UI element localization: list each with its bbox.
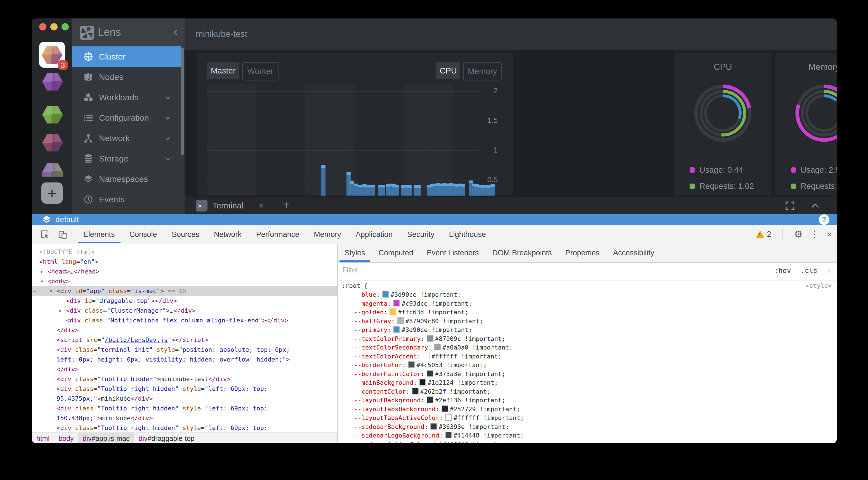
expand-arrow-icon[interactable]: ▶ (41, 267, 43, 277)
collapse-arrow-icon[interactable]: ▼ (41, 277, 43, 286)
css-variable-row[interactable]: --mainBackground:#1e2124 !important; (338, 378, 837, 387)
sidebar-item-storage[interactable]: Storage (72, 148, 185, 169)
chart-bar[interactable] (407, 185, 412, 196)
css-variable-row[interactable]: --textColorAccent:#ffffff !important; (338, 352, 837, 361)
css-variable-row[interactable]: --layoutTabsActiveColor:#ffffff !importa… (338, 413, 837, 422)
tab-network[interactable]: Network (207, 226, 249, 243)
chart-bar[interactable] (349, 181, 354, 196)
dom-tree-row[interactable]: 150.438px;">minikube</div> (32, 413, 337, 423)
chart-bar[interactable] (461, 184, 465, 196)
color-swatch[interactable] (441, 405, 448, 412)
chart-bar[interactable] (491, 184, 495, 196)
chart-bar[interactable] (417, 185, 421, 196)
css-variable-row[interactable]: --magenta:#c93dce !important; (338, 299, 837, 308)
sidebar-item-configuration[interactable]: Configuration (72, 108, 185, 128)
dom-tree-row[interactable]: <div class="Notifications flex column al… (32, 315, 337, 325)
chart-bar[interactable] (371, 185, 375, 196)
tab-lighthouse[interactable]: Lighthouse (441, 226, 493, 243)
dom-tree-row[interactable]: left: 0px; height: 0px; visibility: hidd… (32, 354, 337, 364)
color-swatch[interactable] (427, 335, 433, 342)
css-variable-row[interactable]: --golden:#ffc63d !important; (338, 308, 837, 317)
color-swatch[interactable] (445, 432, 452, 438)
sidebar-scrollbar[interactable] (181, 47, 184, 155)
breadcrumb-item[interactable]: div#draggable-top (134, 433, 199, 443)
css-variable-row[interactable]: --borderFaintColor:#373a3e !important; (338, 370, 837, 379)
traffic-light-close[interactable] (39, 23, 46, 30)
chevron-down-icon[interactable] (164, 135, 171, 142)
dom-tree-row[interactable]: ▶<div class="ClusterManager">…</div> (32, 306, 337, 315)
dom-tree-row[interactable]: ▼<body> (32, 276, 337, 286)
css-variable-row[interactable]: --textColorPrimary:#87909c !important; (338, 335, 837, 343)
styles-tab-properties[interactable]: Properties (558, 244, 606, 262)
class-toggle[interactable]: .cls (801, 267, 817, 275)
terminal-add-icon[interactable]: + (283, 199, 289, 211)
chart-bar[interactable] (381, 185, 385, 196)
color-swatch[interactable] (397, 317, 404, 324)
color-swatch[interactable] (430, 423, 437, 430)
color-swatch[interactable] (382, 291, 389, 298)
row-menu-ellipsis-icon[interactable]: ⋯ (32, 286, 36, 296)
css-variable-row[interactable]: --textColorSecondary:#a0a0a0 !important; (338, 343, 837, 352)
node-tab-worker[interactable]: Worker (242, 62, 279, 80)
settings-gear-icon[interactable]: ⚙ (794, 229, 803, 240)
color-swatch[interactable] (412, 388, 418, 395)
dom-tree-row[interactable]: <div id="draggable-top"></div> (32, 296, 337, 306)
chart-bar[interactable] (321, 165, 326, 196)
terminal-collapse-icon[interactable] (810, 201, 820, 211)
color-swatch[interactable] (408, 361, 415, 368)
css-variable-row[interactable]: --contentColor:#262b2f !important; (338, 387, 837, 396)
style-source-link[interactable]: <style> (806, 281, 832, 290)
breadcrumb-item[interactable]: div#app.is-mac (78, 433, 134, 443)
dom-tree-row[interactable]: 95.4375px;">minikube</div> (32, 394, 337, 404)
terminal-fullscreen-icon[interactable] (785, 201, 795, 211)
sidebar-item-workloads[interactable]: Workloads (72, 87, 185, 108)
styles-tab-dom-breakpoints[interactable]: DOM Breakpoints (486, 244, 558, 262)
styles-tab-event-listeners[interactable]: Event Listeners (420, 244, 486, 262)
sidebar-item-network[interactable]: Network (72, 128, 185, 148)
metric-tab-cpu[interactable]: CPU (436, 62, 460, 79)
color-swatch[interactable] (393, 300, 400, 307)
css-variable-row[interactable]: --sidebarActiveColor:#ffffff !important; (338, 440, 837, 443)
css-selector[interactable]: :root { (342, 282, 368, 289)
color-swatch[interactable] (423, 353, 430, 359)
css-variable-row[interactable]: --sidebarLogoBackground:#414448 !importa… (338, 431, 837, 440)
dom-tree-row[interactable]: <div class="Tooltip hidden">minikube-tes… (32, 374, 337, 384)
dom-tree-row[interactable]: <div class="Tooltip right hidden" style=… (32, 404, 337, 413)
dom-tree-row[interactable]: </div> (32, 364, 337, 374)
css-variable-row[interactable]: --primary:#3d90ce !important; (338, 325, 837, 335)
dom-tree-row[interactable]: <!DOCTYPE html> (32, 247, 337, 257)
rail-cluster-violet[interactable] (42, 163, 63, 180)
styles-tab-accessibility[interactable]: Accessibility (606, 244, 661, 262)
chart-bar[interactable] (363, 184, 367, 196)
chart-bar[interactable] (366, 185, 371, 196)
tab-sources[interactable]: Sources (164, 226, 207, 243)
css-variable-row[interactable]: --layoutTabsBackground:#252729 !importan… (338, 405, 837, 414)
context-label[interactable]: default (55, 215, 79, 224)
rail-active-cluster[interactable]: 3 (39, 42, 65, 68)
breadcrumb-item[interactable]: html (32, 433, 54, 443)
css-variable-row[interactable]: --borderColor:#4c5053 !important; (338, 361, 837, 370)
devtools-close-icon[interactable]: × (827, 229, 832, 240)
pseudo-state-toggle[interactable]: :hov (774, 267, 791, 275)
terminal-close-icon[interactable]: × (258, 200, 264, 211)
dom-tree-row[interactable]: <div class="Tooltip right hidden" style=… (32, 384, 337, 394)
tab-application[interactable]: Application (348, 226, 400, 243)
dom-tree-row[interactable]: <script src="/build/LensDev.js"></script… (32, 335, 337, 345)
node-tab-master[interactable]: Master (207, 62, 239, 79)
dom-tree-row[interactable]: ⋯▼<div id="app" class="is-mac"> == $0 (32, 286, 337, 296)
traffic-light-zoom[interactable] (62, 23, 69, 30)
dom-tree-row[interactable]: <div class="terminal-init" style="positi… (32, 345, 337, 354)
tab-security[interactable]: Security (400, 226, 442, 243)
breadcrumb-item[interactable]: body (54, 433, 78, 443)
chart-bar[interactable] (395, 185, 399, 196)
color-swatch[interactable] (434, 344, 441, 350)
sidebar-item-cluster[interactable]: Cluster (72, 46, 181, 67)
dom-tree-row[interactable]: ▶<head>…</head> (32, 267, 337, 276)
color-swatch[interactable] (419, 379, 426, 385)
color-swatch[interactable] (445, 414, 452, 421)
sidebar-item-events[interactable]: Events (72, 189, 185, 210)
inspect-element-icon[interactable] (40, 229, 50, 239)
color-swatch[interactable] (434, 441, 441, 443)
collapse-arrow-icon[interactable]: ▼ (50, 286, 52, 296)
css-variable-row[interactable]: --sidebarBackground:#36393e !important; (338, 422, 837, 432)
